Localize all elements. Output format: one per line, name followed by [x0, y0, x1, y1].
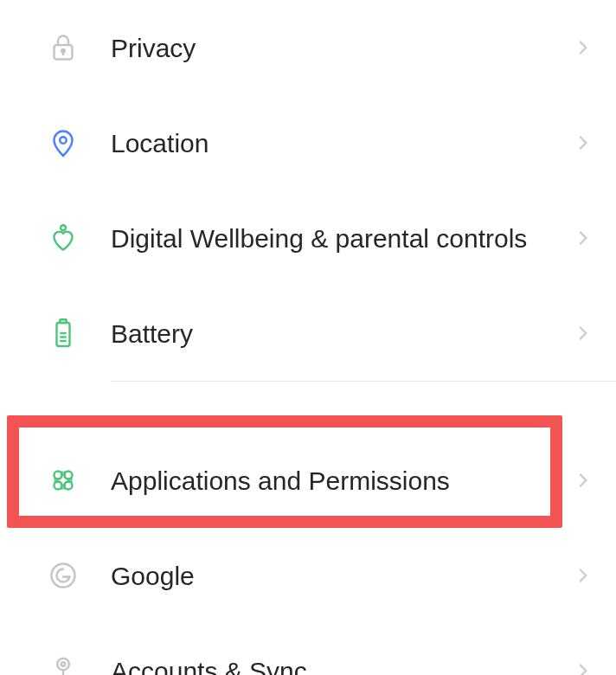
chevron-right-icon [574, 567, 592, 584]
settings-list: Privacy Location Digital Wellbeing & par… [0, 0, 616, 675]
settings-item-label: Battery [111, 317, 574, 350]
apps-icon [45, 462, 81, 498]
settings-item-location[interactable]: Location [0, 95, 616, 190]
svg-point-10 [55, 472, 62, 479]
settings-item-label: Google [111, 559, 574, 593]
settings-item-label: Accounts & Sync [111, 654, 574, 676]
settings-item-label: Location [111, 126, 574, 160]
svg-point-1 [61, 49, 65, 53]
settings-item-battery[interactable]: Battery [0, 286, 616, 381]
chevron-right-icon [574, 39, 592, 56]
location-pin-icon [45, 125, 81, 161]
svg-point-12 [55, 482, 62, 490]
settings-item-apps[interactable]: Applications and Permissions [0, 433, 616, 528]
svg-point-4 [61, 225, 66, 230]
settings-item-accounts[interactable]: Accounts & Sync [0, 623, 616, 675]
chevron-right-icon [574, 472, 592, 489]
chevron-right-icon [574, 134, 592, 151]
settings-item-google[interactable]: Google [0, 528, 616, 623]
svg-point-14 [52, 564, 75, 588]
settings-item-wellbeing[interactable]: Digital Wellbeing & parental controls [0, 190, 616, 286]
svg-rect-6 [60, 319, 67, 323]
key-icon [45, 652, 81, 675]
svg-point-15 [57, 659, 69, 671]
chevron-right-icon [574, 325, 592, 342]
settings-item-label: Digital Wellbeing & parental controls [111, 222, 574, 255]
svg-point-3 [60, 137, 67, 144]
svg-point-11 [65, 472, 73, 479]
chevron-right-icon [574, 229, 592, 247]
section-divider [0, 381, 616, 433]
svg-point-16 [61, 662, 66, 666]
settings-item-label: Privacy [111, 31, 574, 65]
svg-rect-5 [57, 323, 70, 346]
chevron-right-icon [574, 662, 592, 675]
battery-icon [45, 315, 81, 351]
svg-point-13 [65, 482, 73, 490]
google-icon [45, 557, 81, 594]
lock-icon [45, 29, 81, 66]
settings-item-label: Applications and Permissions [111, 464, 574, 498]
wellbeing-icon [45, 220, 81, 256]
settings-item-privacy[interactable]: Privacy [0, 0, 616, 95]
